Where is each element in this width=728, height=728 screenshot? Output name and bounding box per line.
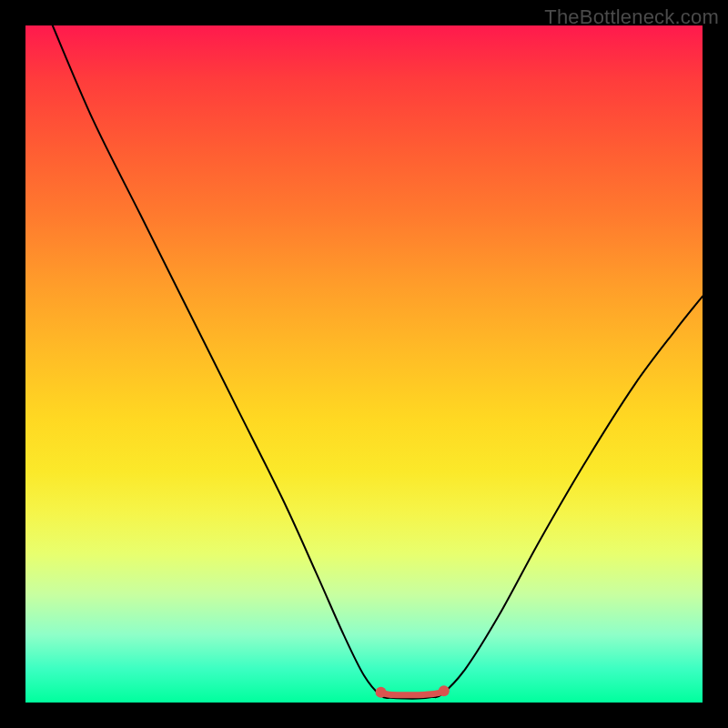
watermark-text: TheBottleneck.com <box>544 5 719 29</box>
marker-start-dot <box>376 687 387 698</box>
chart-frame: TheBottleneck.com <box>0 0 728 728</box>
marker-end-dot <box>439 685 450 696</box>
bottleneck-curve <box>53 25 703 699</box>
bottom-marker-line <box>381 691 444 695</box>
curve-svg <box>25 25 703 703</box>
plot-area <box>25 25 703 703</box>
